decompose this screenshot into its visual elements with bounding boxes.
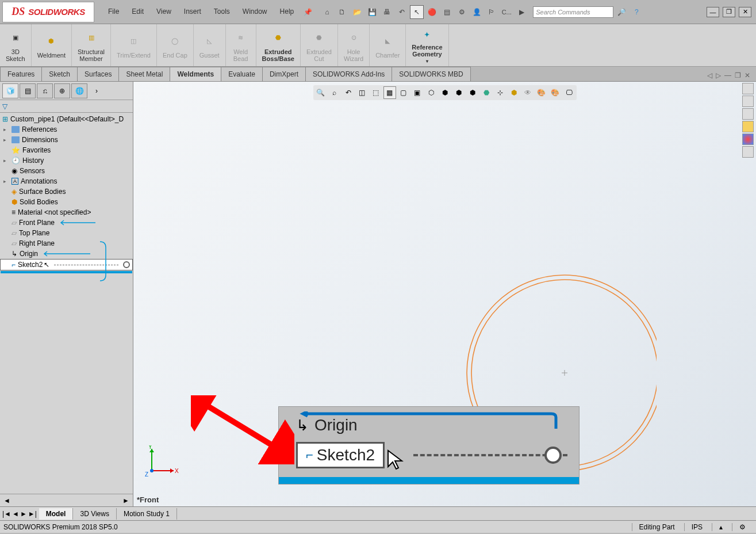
graphics-viewport[interactable]: 🔍 ⌕ ↶ ◫ ⬚ ▦ ▢ ▣ ⬡ ⬢ ⬢ ⬢ ⬣ ⊹ ⬢ 👁 🎨 🎨 🖵 (133, 82, 756, 506)
hide-show-icon[interactable]: 👁 (521, 86, 534, 99)
tab-nav-last-icon[interactable]: ►| (28, 510, 37, 518)
home-icon[interactable]: ⌂ (320, 5, 334, 19)
ribbon-weldment[interactable]: ⬢Weldment (32, 24, 72, 66)
search-input[interactable]: Search Commands (533, 6, 613, 18)
forum-icon[interactable]: 🏳 (485, 5, 498, 19)
tree-front-plane[interactable]: ▱Front Plane (0, 218, 133, 228)
tree-dimensions[interactable]: ▸Dimensions (0, 135, 133, 145)
tab-mbd[interactable]: SOLIDWORKS MBD (392, 67, 470, 81)
perspective-icon[interactable]: ⬢ (466, 86, 479, 99)
tree-root-part[interactable]: ⊞ Custom_pipe1 (Default<<Default>_D (0, 114, 133, 124)
ribbon-structural-member[interactable]: ▥Structural Member (72, 24, 111, 66)
tree-top-plane[interactable]: ▱Top Plane (0, 228, 133, 238)
shaded-edges-icon[interactable]: ⬡ (425, 86, 438, 99)
task-custom-props-icon[interactable] (742, 146, 754, 158)
menu-tools[interactable]: Tools (208, 5, 236, 19)
user-icon[interactable]: 👤 (470, 5, 483, 19)
tab-sketch[interactable]: Sketch (41, 67, 78, 81)
open-icon[interactable]: 📂 (350, 5, 364, 19)
task-design-lib-icon[interactable] (742, 96, 754, 107)
scene-icon[interactable]: ⬢ (508, 86, 520, 99)
tree-sensors[interactable]: ◉Sensors (0, 166, 133, 176)
monitor-icon[interactable]: 🖵 (563, 86, 575, 99)
ribbon-3d-sketch[interactable]: ▣3D Sketch (0, 24, 32, 66)
task-view-palette-icon[interactable] (742, 121, 754, 132)
task-appearances-icon[interactable] (742, 134, 754, 145)
ribbon-extruded-boss[interactable]: ⬣Extruded Boss/Base (256, 24, 301, 66)
rebuild-icon[interactable]: 🔴 (425, 5, 439, 19)
menu-file[interactable]: File (102, 5, 125, 19)
menu-insert[interactable]: Insert (178, 5, 207, 19)
status-units[interactable]: IPS (684, 523, 709, 531)
tab-weldments[interactable]: Weldments (170, 67, 221, 81)
cube-icon[interactable]: ⬣ (480, 86, 493, 99)
menu-window[interactable]: Window (237, 5, 273, 19)
tab-evaluate[interactable]: Evaluate (221, 67, 263, 81)
save-icon[interactable]: 💾 (365, 5, 379, 19)
tree-origin[interactable]: ↳Origin (0, 249, 133, 259)
tab-feature-tree-icon[interactable]: 🧊 (2, 83, 18, 98)
tab-property-manager-icon[interactable]: ▤ (20, 83, 36, 98)
close-button[interactable]: ✕ (739, 7, 751, 17)
rollback-handle-icon[interactable] (123, 261, 130, 268)
pin-icon[interactable]: 📌 (301, 5, 314, 19)
shaded-icon[interactable]: ⬢ (439, 86, 451, 99)
doc-minimize-icon[interactable]: — (724, 71, 731, 79)
minimize-button[interactable]: — (707, 7, 719, 17)
bottom-tab-model[interactable]: Model (39, 508, 74, 520)
bottom-tab-3dviews[interactable]: 3D Views (73, 508, 116, 520)
tree-history[interactable]: ▸🕘History (0, 155, 133, 166)
zoom-fit-icon[interactable]: 🔍 (314, 86, 327, 99)
tree-favorites[interactable]: ⭐Favorites (0, 145, 133, 155)
tree-surface-bodies[interactable]: ◈Surface Bodies (0, 186, 133, 197)
doc-close-icon[interactable]: ✕ (745, 71, 750, 79)
prev-view-icon[interactable]: ↶ (342, 86, 355, 99)
tab-surfaces[interactable]: Surfaces (77, 67, 119, 81)
task-home-icon[interactable] (742, 83, 754, 94)
menu-view[interactable]: View (151, 5, 177, 19)
tree-solid-bodies[interactable]: ⬢Solid Bodies (0, 197, 133, 207)
menu-edit[interactable]: Edit (126, 5, 149, 19)
print-icon[interactable]: 🖶 (380, 5, 394, 19)
tree-annotations[interactable]: ▸AAnnotations (0, 176, 133, 186)
doc-prev-icon[interactable]: ◁ (707, 71, 712, 79)
tab-nav-next-icon[interactable]: ► (20, 510, 27, 518)
c-label[interactable]: C... (500, 5, 513, 19)
tab-dimxpert[interactable]: DimXpert (262, 67, 306, 81)
select-icon[interactable]: ↖ (410, 5, 424, 19)
tree-references[interactable]: ▸References (0, 124, 133, 135)
tab-config-manager-icon[interactable]: ⎌ (37, 83, 53, 98)
tree-sketch2[interactable]: ⌐ Sketch2 ↖ (0, 259, 133, 270)
menu-help[interactable]: Help (274, 5, 300, 19)
new-icon[interactable]: 🗋 (335, 5, 349, 19)
hidden-lines-icon[interactable]: ▢ (397, 86, 410, 99)
tab-features[interactable]: Features (0, 67, 42, 81)
status-settings-icon[interactable]: ⚙ (732, 523, 753, 531)
status-dropdown-icon[interactable]: ▴ (712, 523, 730, 531)
tab-display-manager-icon[interactable]: 🌐 (71, 83, 87, 98)
zoom-area-icon[interactable]: ⌕ (328, 86, 341, 99)
tab-sheet-metal[interactable]: Sheet Metal (118, 67, 170, 81)
ribbon-reference-geometry[interactable]: ✦Reference Geometry▾ (406, 24, 448, 66)
scroll-left-icon[interactable]: ◄ (3, 497, 10, 505)
scroll-right-icon[interactable]: ► (122, 497, 129, 505)
settings-icon[interactable]: ⚙ (455, 5, 469, 19)
tree-filter[interactable]: ▽ (0, 100, 133, 113)
task-file-explorer-icon[interactable] (742, 108, 754, 120)
panel-more-icon[interactable]: › (89, 83, 105, 98)
tab-nav-first-icon[interactable]: |◄ (2, 510, 11, 518)
help-icon[interactable]: ? (630, 5, 643, 19)
maximize-button[interactable]: ❐ (723, 7, 735, 17)
shadow-icon[interactable]: ⬢ (452, 86, 465, 99)
tab-addins[interactable]: SOLIDWORKS Add-Ins (305, 67, 392, 81)
tree-right-plane[interactable]: ▱Right Plane (0, 238, 133, 249)
undo-icon[interactable]: ↶ (395, 5, 409, 19)
rollback-bar[interactable] (1, 271, 132, 273)
doc-next-icon[interactable]: ▷ (716, 71, 721, 79)
bottom-tab-motion[interactable]: Motion Study 1 (117, 508, 177, 520)
options-icon[interactable]: ▤ (440, 5, 454, 19)
view-orient-icon[interactable]: ⬚ (370, 86, 382, 99)
axis-icon[interactable]: ⊹ (494, 86, 506, 99)
tree-material[interactable]: ≡Material <not specified> (0, 207, 133, 218)
tab-nav-prev-icon[interactable]: ◄ (12, 510, 19, 518)
